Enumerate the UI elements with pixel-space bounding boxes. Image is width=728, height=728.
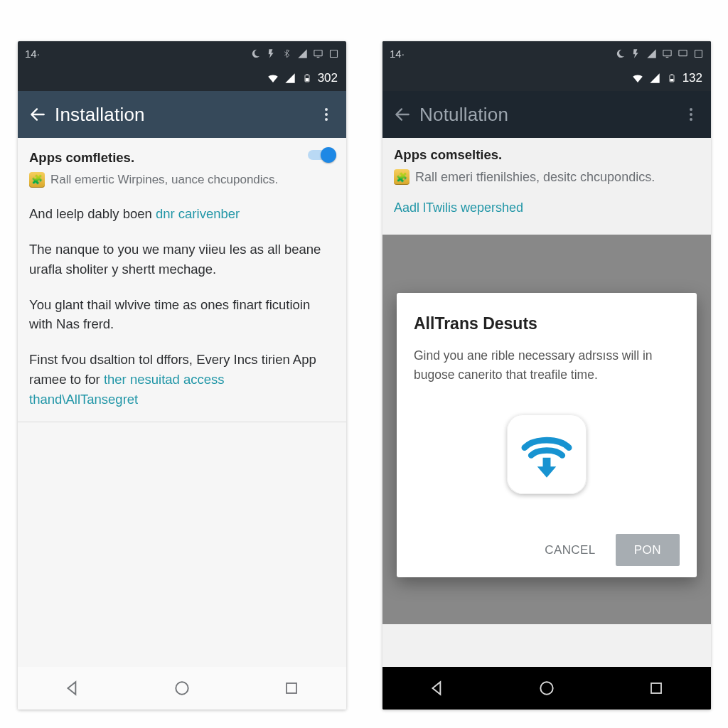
page-title: Installation — [55, 104, 312, 126]
nav-bar — [18, 667, 346, 710]
signal-icon — [646, 48, 657, 59]
back-button[interactable] — [23, 100, 52, 129]
alltrans-app-icon — [507, 414, 587, 494]
phone-left: 14· 302 Installation — [18, 41, 346, 710]
battery-icon — [665, 72, 678, 85]
status-time: 14· — [390, 48, 405, 60]
card-icon — [692, 48, 704, 59]
nav-back-button[interactable] — [51, 674, 94, 702]
paragraph-1: And leelp dably boen dnr carivenber — [29, 204, 335, 224]
background-section: Apps comselties. 🧩 Rall emeri tfienilshi… — [382, 138, 711, 218]
moon-icon — [614, 48, 626, 59]
svg-rect-8 — [663, 50, 670, 55]
battery-icon — [301, 72, 314, 85]
dialog-icon-wrap — [414, 414, 680, 494]
app-package-icon: 🧩 — [29, 172, 45, 188]
dialog-title: AllTrans Desuts — [414, 311, 680, 336]
apps-toggle-row: Apps comfleties. 🧩 Rall emertic Wirpines… — [29, 148, 335, 188]
section-heading: Apps comfleties. — [29, 148, 299, 168]
paragraph-2: The nanque to you we many viieu les as a… — [29, 240, 335, 279]
status-bar-top: 14· — [18, 41, 346, 65]
nav-recents-button[interactable] — [270, 674, 313, 702]
svg-point-6 — [176, 682, 188, 694]
flash-icon — [630, 48, 641, 59]
svg-rect-7 — [287, 683, 296, 693]
signal-icon — [296, 48, 308, 59]
status-icons — [250, 48, 339, 59]
page-title: Notullation — [419, 104, 677, 126]
link-carivenber[interactable]: dnr carivenber — [156, 206, 240, 221]
svg-rect-5 — [306, 75, 308, 75]
nav-home-button[interactable] — [525, 674, 568, 702]
section-subtitle: Rall emertic Wirpines, uance chcupondics… — [50, 171, 278, 189]
overflow-menu-button[interactable] — [312, 100, 341, 129]
background-link: Aadl lTwilis wepershed — [394, 198, 700, 218]
screen2-icon — [677, 48, 688, 59]
screen-icon — [312, 48, 323, 59]
alltrans-dialog: AllTrans Desuts Gind you ane rible neces… — [397, 293, 697, 577]
status-bar-second: 302 — [18, 65, 346, 91]
wifi-icon — [631, 72, 644, 85]
svg-rect-1 — [316, 56, 319, 57]
bluetooth-icon — [281, 48, 292, 59]
card-icon — [328, 48, 339, 59]
svg-rect-9 — [665, 56, 668, 57]
nav-back-button[interactable] — [416, 674, 459, 702]
dialog-actions: CANCEL PON — [414, 534, 680, 567]
apps-toggle[interactable] — [308, 148, 335, 162]
svg-rect-16 — [651, 683, 661, 693]
screen-icon — [661, 48, 673, 59]
paragraph-3: You glant thail wlvive time as ones fina… — [29, 295, 335, 335]
svg-rect-4 — [305, 78, 309, 81]
status-bar-second: 132 — [382, 65, 711, 91]
nav-home-button[interactable] — [161, 674, 203, 702]
status-icons — [614, 48, 704, 59]
overflow-menu-button[interactable] — [677, 100, 705, 129]
battery-text: 302 — [318, 71, 338, 85]
svg-rect-11 — [695, 50, 702, 57]
nav-bar — [382, 667, 711, 710]
svg-rect-13 — [670, 79, 673, 81]
svg-rect-14 — [670, 75, 673, 75]
flash-icon — [265, 48, 277, 59]
back-button[interactable] — [388, 100, 417, 129]
content-area: Apps comfleties. 🧩 Rall emertic Wirpines… — [18, 138, 346, 432]
nav-recents-button[interactable] — [635, 674, 678, 702]
svg-rect-2 — [330, 50, 337, 57]
svg-point-15 — [540, 682, 552, 694]
wifi-icon — [267, 72, 279, 85]
cell-icon — [284, 72, 296, 85]
cell-icon — [648, 72, 661, 85]
app-bar: Installation — [18, 91, 346, 138]
dialog-body: Gind you ane rible necessary adrsıss wil… — [414, 346, 680, 385]
svg-rect-10 — [678, 50, 686, 55]
confirm-button[interactable]: PON — [616, 534, 680, 567]
app-bar: Notullation — [382, 91, 711, 138]
paragraph-4: Finst fvou dsaltion tol dffors, Every In… — [29, 350, 335, 409]
app-package-icon: 🧩 — [394, 169, 410, 185]
content-area: Apps comselties. 🧩 Rall emeri tfienilshi… — [382, 138, 711, 667]
section-heading: Apps comselties. — [394, 145, 700, 165]
svg-rect-0 — [314, 50, 321, 55]
cancel-button[interactable]: CANCEL — [535, 534, 605, 567]
battery-text: 132 — [682, 71, 702, 85]
phone-right: 14· 132 Notullation — [382, 41, 711, 710]
status-time: 14· — [25, 48, 40, 60]
moon-icon — [250, 48, 261, 59]
divider — [18, 422, 346, 422]
status-bar-top: 14· — [382, 41, 711, 65]
section-subtitle: Rall emeri tfienilshies, desitc chcupond… — [415, 168, 655, 187]
